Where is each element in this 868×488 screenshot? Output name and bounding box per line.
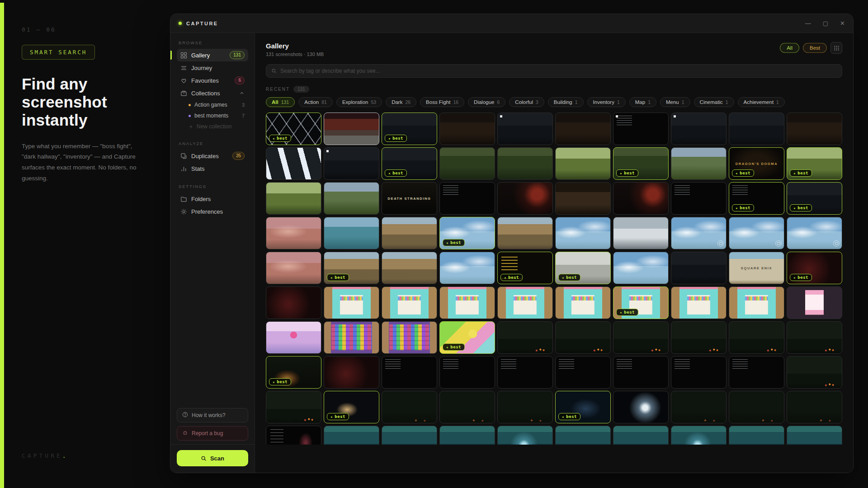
filter-chip-boss-fight[interactable]: Boss Fight16 [420, 97, 464, 107]
filter-chip-inventory[interactable]: Inventory1 [587, 97, 626, 107]
screenshot-thumbnail[interactable] [266, 321, 321, 354]
screenshot-thumbnail[interactable] [671, 147, 726, 180]
sidebar-item-gallery[interactable]: Gallery131 [177, 49, 248, 61]
screenshot-thumbnail[interactable]: DEATH STRANDING [382, 182, 437, 215]
screenshot-thumbnail[interactable] [555, 356, 611, 389]
screenshot-thumbnail[interactable] [324, 147, 379, 180]
close-button[interactable]: ✕ [840, 20, 845, 27]
search-bar[interactable] [266, 64, 842, 78]
screenshot-thumbnail[interactable] [497, 147, 553, 180]
sidebar-item-stats[interactable]: Stats [177, 162, 248, 175]
screenshot-thumbnail[interactable] [555, 147, 611, 180]
sidebar-item-preferences[interactable]: Preferences [177, 205, 248, 218]
screenshot-thumbnail[interactable] [787, 356, 842, 389]
screenshot-thumbnail[interactable] [613, 113, 669, 145]
minimize-button[interactable]: — [805, 20, 811, 27]
screenshot-thumbnail[interactable] [671, 182, 726, 215]
screenshot-thumbnail[interactable] [729, 113, 784, 145]
screenshot-thumbnail[interactable]: ★best [266, 356, 321, 389]
screenshot-thumbnail[interactable] [671, 426, 726, 445]
screenshot-thumbnail[interactable] [382, 391, 437, 423]
screenshot-thumbnail[interactable] [382, 286, 437, 319]
screenshot-thumbnail[interactable] [324, 356, 379, 389]
filter-pill-best[interactable]: Best [803, 43, 827, 53]
sidebar-item-duplicates[interactable]: Duplicates35 [177, 150, 248, 162]
screenshot-thumbnail[interactable] [382, 356, 437, 389]
screenshot-thumbnail[interactable] [729, 286, 784, 319]
screenshot-thumbnail[interactable] [324, 321, 379, 354]
screenshot-thumbnail[interactable]: ★best [787, 147, 842, 180]
filter-chip-map[interactable]: Map1 [629, 97, 656, 107]
screenshot-thumbnail[interactable] [497, 321, 553, 354]
screenshot-thumbnail[interactable] [324, 182, 379, 215]
screenshot-thumbnail[interactable] [382, 217, 437, 249]
screenshot-thumbnail[interactable]: ★best [382, 113, 437, 145]
screenshot-thumbnail[interactable] [497, 217, 553, 249]
filter-chip-dialogue[interactable]: Dialogue6 [468, 97, 505, 107]
scan-button[interactable]: Scan [177, 450, 248, 466]
screenshot-thumbnail[interactable] [324, 113, 379, 145]
screenshot-thumbnail[interactable] [671, 286, 726, 319]
screenshot-thumbnail[interactable] [787, 321, 842, 354]
screenshot-thumbnail[interactable] [613, 182, 669, 215]
screenshot-thumbnail[interactable] [439, 113, 495, 145]
smart-search-chip[interactable]: SMART SEARCH [22, 45, 95, 60]
new-collection-button[interactable]: New collection [177, 121, 248, 132]
screenshot-thumbnail[interactable] [613, 426, 669, 445]
screenshot-thumbnail[interactable]: ★best [497, 252, 553, 284]
screenshot-thumbnail[interactable]: DRAGON'S DOGMA★best [729, 147, 784, 180]
screenshot-thumbnail[interactable] [555, 426, 611, 445]
screenshot-thumbnail[interactable] [266, 182, 321, 215]
screenshot-thumbnail[interactable]: ★best [266, 113, 321, 145]
filter-chip-action[interactable]: Action81 [298, 97, 333, 107]
sidebar-item-favourites[interactable]: Favourites6 [177, 74, 248, 87]
screenshot-thumbnail[interactable] [729, 356, 784, 389]
screenshot-thumbnail[interactable] [555, 113, 611, 145]
screenshot-thumbnail[interactable] [671, 217, 726, 249]
screenshot-thumbnail[interactable] [266, 286, 321, 319]
screenshot-thumbnail[interactable]: ★best [324, 391, 379, 423]
screenshot-thumbnail[interactable] [439, 252, 495, 284]
screenshot-thumbnail[interactable] [497, 391, 553, 423]
collection-item-best-moments[interactable]: best moments7 [177, 110, 248, 121]
screenshot-thumbnail[interactable]: ★best [439, 217, 495, 249]
screenshot-thumbnail[interactable] [324, 286, 379, 319]
screenshot-thumbnail[interactable] [382, 321, 437, 354]
filter-chip-achievement[interactable]: Achievement1 [738, 97, 785, 107]
sidebar-item-folders[interactable]: Folders [177, 192, 248, 205]
screenshot-thumbnail[interactable] [439, 286, 495, 319]
screenshot-thumbnail[interactable] [266, 391, 321, 423]
screenshot-thumbnail[interactable]: ★best [613, 147, 669, 180]
screenshot-thumbnail[interactable]: ★best [555, 391, 611, 423]
screenshot-thumbnail[interactable] [555, 286, 611, 319]
screenshot-thumbnail[interactable] [613, 391, 669, 423]
screenshot-thumbnail[interactable] [671, 391, 726, 423]
screenshot-thumbnail[interactable] [382, 426, 437, 445]
screenshot-thumbnail[interactable] [671, 113, 726, 145]
screenshot-thumbnail[interactable] [497, 286, 553, 319]
how-it-works-button[interactable]: How it works? [177, 408, 248, 422]
screenshot-thumbnail[interactable] [729, 426, 784, 445]
screenshot-thumbnail[interactable] [266, 147, 321, 180]
screenshot-thumbnail[interactable] [324, 217, 379, 249]
screenshot-thumbnail[interactable] [613, 356, 669, 389]
screenshot-thumbnail[interactable] [497, 426, 553, 445]
screenshot-thumbnail[interactable]: ★best [787, 182, 842, 215]
screenshot-thumbnail[interactable]: SQUARE ENIX [729, 252, 784, 284]
chevron-up-icon[interactable] [239, 90, 245, 96]
screenshot-thumbnail[interactable] [555, 217, 611, 249]
screenshot-thumbnail[interactable] [382, 252, 437, 284]
filter-pill-all[interactable]: All [780, 43, 799, 53]
sidebar-item-collections[interactable]: Collections [177, 87, 248, 99]
screenshot-thumbnail[interactable]: ★best [729, 182, 784, 215]
screenshot-thumbnail[interactable]: ★best [555, 252, 611, 284]
filter-chip-dark[interactable]: Dark26 [386, 97, 416, 107]
screenshot-thumbnail[interactable] [729, 217, 784, 249]
grid-view-button[interactable] [830, 42, 842, 54]
filter-chip-exploration[interactable]: Exploration53 [336, 97, 382, 107]
screenshot-thumbnail[interactable] [787, 217, 842, 249]
screenshot-thumbnail[interactable]: ★best [382, 147, 437, 180]
screenshot-thumbnail[interactable] [266, 426, 321, 445]
screenshot-thumbnail[interactable] [787, 426, 842, 445]
screenshot-thumbnail[interactable] [613, 321, 669, 354]
